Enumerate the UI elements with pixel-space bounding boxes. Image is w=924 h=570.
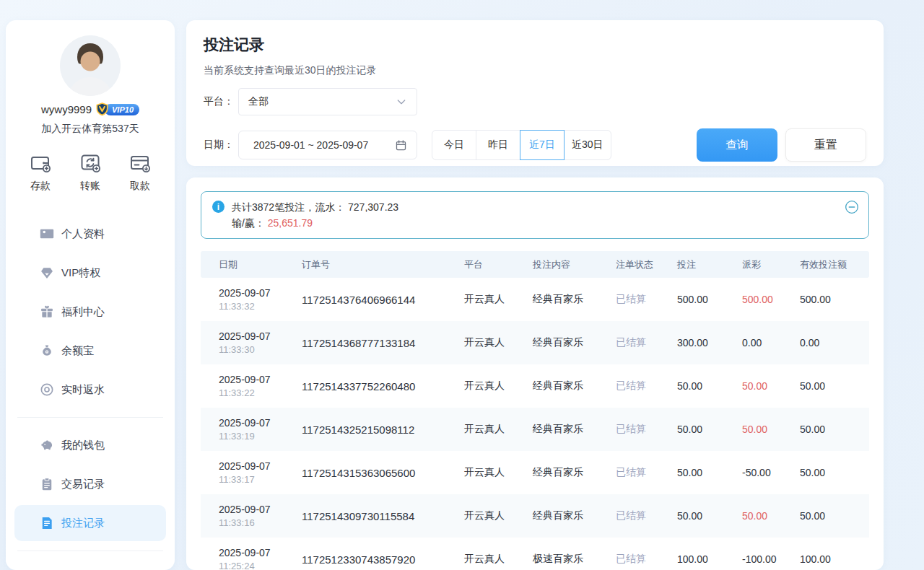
cell-bet-content: 经典百家乐: [533, 509, 616, 522]
cell-payout: 0.00: [742, 337, 800, 348]
platform-select[interactable]: 全部: [238, 88, 417, 115]
sidebar-item-bets[interactable]: 投注记录: [14, 505, 166, 541]
cell-payout: 50.00: [742, 424, 800, 435]
cell-bet-amount: 50.00: [677, 424, 742, 435]
table-row[interactable]: 2025-09-0711:33:161172514309730115584开云真…: [201, 494, 869, 538]
cell-status: 已结算: [616, 336, 677, 349]
cell-date: 2025-09-0711:33:30: [201, 330, 302, 355]
cell-date: 2025-09-0711:33:32: [201, 287, 302, 312]
filters-card: 投注记录 当前系统支持查询最近30日的投注记录 平台： 全部 日期： 2025-…: [186, 20, 884, 166]
quick-actions: 存款转账取款: [6, 152, 175, 193]
sidebar-item-welfare[interactable]: 福利中心: [14, 294, 166, 330]
vip-shield-icon: [95, 102, 109, 116]
cell-platform: 开云真人: [464, 423, 533, 436]
sidebar-item-label: 实时返水: [61, 383, 105, 397]
cell-order-number: 1172514368777133184: [302, 337, 464, 349]
sidebar-item-vip[interactable]: VIP特权: [14, 255, 166, 291]
quick-action-transfer[interactable]: 转账: [79, 152, 102, 193]
table-row[interactable]: 2025-09-0711:25:241172512330743857920开云真…: [201, 538, 869, 570]
table-row[interactable]: 2025-09-0711:33:191172514325215098112开云真…: [201, 408, 869, 451]
quick-action-withdraw[interactable]: 取款: [128, 152, 152, 193]
sidebar: wywy9999 VIP10 加入开云体育第537天 存款转账取款 个人资料VI…: [6, 20, 175, 570]
cell-status: 已结算: [616, 293, 677, 306]
cell-payout: 50.00: [742, 510, 800, 522]
reset-button[interactable]: 重置: [785, 128, 866, 162]
vip-level-label: VIP10: [105, 104, 139, 115]
range-last30-button[interactable]: 近30日: [564, 130, 611, 160]
sidebar-item-label: 投注记录: [61, 517, 105, 530]
pouch-icon: [40, 343, 54, 358]
quick-action-label: 取款: [130, 180, 150, 193]
page-subtitle: 当前系统支持查询最近30日的投注记录: [204, 64, 866, 77]
sidebar-item-label: 个人资料: [61, 227, 105, 241]
cell-order-number: 1172512330743857920: [302, 553, 464, 566]
column-header: 有效投注额: [800, 258, 869, 271]
table-row[interactable]: 2025-09-0711:33:321172514376406966144开云真…: [201, 278, 869, 321]
cell-bet-content: 经典百家乐: [533, 423, 616, 436]
summary-lines: 共计3872笔投注，流水： 727,307.23 输/赢： 25,651.79: [232, 199, 398, 231]
sidebar-item-yuebao[interactable]: 余额宝: [14, 333, 166, 369]
calendar-icon: [395, 139, 407, 152]
avatar[interactable]: [60, 35, 121, 96]
cell-payout: 500.00: [742, 294, 800, 305]
cell-bet-content: 极速百家乐: [533, 553, 616, 566]
range-today-button[interactable]: 今日: [432, 130, 476, 160]
gift-icon: [40, 304, 54, 319]
cell-valid-amount: 0.00: [800, 337, 869, 348]
page-title: 投注记录: [204, 35, 866, 55]
avatar-image: [60, 35, 121, 96]
sidebar-item-rebate[interactable]: 实时返水: [14, 372, 166, 408]
cell-date: 2025-09-0711:33:19: [201, 417, 302, 442]
cell-status: 已结算: [616, 509, 677, 522]
cell-bet-amount: 100.00: [677, 553, 742, 565]
transfer-icon: [79, 152, 102, 175]
column-header: 投注内容: [533, 258, 616, 271]
range-last7-button[interactable]: 近7日: [520, 130, 565, 160]
chevron-down-icon: [396, 96, 407, 108]
summary-alert: i 共计3872笔投注，流水： 727,307.23 输/赢： 25,651.7…: [201, 191, 869, 239]
cell-date: 2025-09-0711:33:16: [201, 504, 302, 528]
vip-badge: VIP10: [95, 102, 139, 116]
cell-status: 已结算: [616, 380, 677, 393]
cell-date: 2025-09-0711:33:22: [201, 374, 302, 398]
disc-icon: [40, 382, 54, 397]
withdraw-icon: [128, 152, 152, 175]
query-button[interactable]: 查询: [697, 128, 777, 162]
bets-table: 日期订单号平台投注内容注单状态投注派彩有效投注额 2025-09-0711:33…: [201, 251, 869, 570]
platform-select-value: 全部: [248, 95, 269, 108]
collapse-icon[interactable]: [845, 200, 859, 214]
sidebar-item-transactions[interactable]: 交易记录: [14, 466, 166, 502]
table-row[interactable]: 2025-09-0711:33:221172514337752260480开云真…: [201, 364, 869, 408]
sidebar-item-label: 余额宝: [61, 344, 94, 358]
cell-platform: 开云真人: [464, 553, 533, 566]
cell-payout: -100.00: [742, 553, 800, 565]
cell-valid-amount: 100.00: [800, 553, 869, 565]
cell-bet-content: 经典百家乐: [533, 293, 616, 306]
quick-action-label: 转账: [80, 180, 100, 193]
sidebar-item-profile[interactable]: 个人资料: [14, 216, 166, 252]
summary-line1: 共计3872笔投注，流水： 727,307.23: [232, 199, 398, 215]
membership-days: 加入开云体育第537天: [6, 123, 175, 136]
table-row[interactable]: 2025-09-0711:33:301172514368777133184开云真…: [201, 321, 869, 364]
table-row[interactable]: 2025-09-0711:33:171172514315363065600开云真…: [201, 451, 869, 494]
win-lose-label: 输/赢：: [232, 217, 268, 229]
cell-order-number: 1172514315363065600: [302, 467, 464, 479]
date-range-input[interactable]: 2025-09-01 ~ 2025-09-07: [238, 131, 417, 159]
sidebar-item-label: 福利中心: [61, 305, 105, 319]
cell-platform: 开云真人: [464, 509, 533, 522]
id-card-icon: [40, 227, 54, 241]
cell-valid-amount: 50.00: [800, 467, 869, 478]
sidebar-item-label: 交易记录: [61, 478, 105, 491]
column-header: 派彩: [742, 258, 800, 271]
info-icon: i: [212, 201, 225, 213]
cell-date: 2025-09-0711:33:17: [201, 460, 302, 485]
piggy-icon: [40, 438, 54, 452]
column-header: 平台: [464, 258, 533, 271]
range-yesterday-button[interactable]: 昨日: [476, 130, 520, 160]
cell-status: 已结算: [616, 466, 677, 479]
quick-action-deposit[interactable]: 存款: [29, 152, 52, 193]
cell-platform: 开云真人: [464, 336, 533, 349]
table-header: 日期订单号平台投注内容注单状态投注派彩有效投注额: [201, 251, 869, 278]
sidebar-item-wallet[interactable]: 我的钱包: [14, 427, 166, 463]
cell-bet-amount: 50.00: [677, 510, 742, 522]
